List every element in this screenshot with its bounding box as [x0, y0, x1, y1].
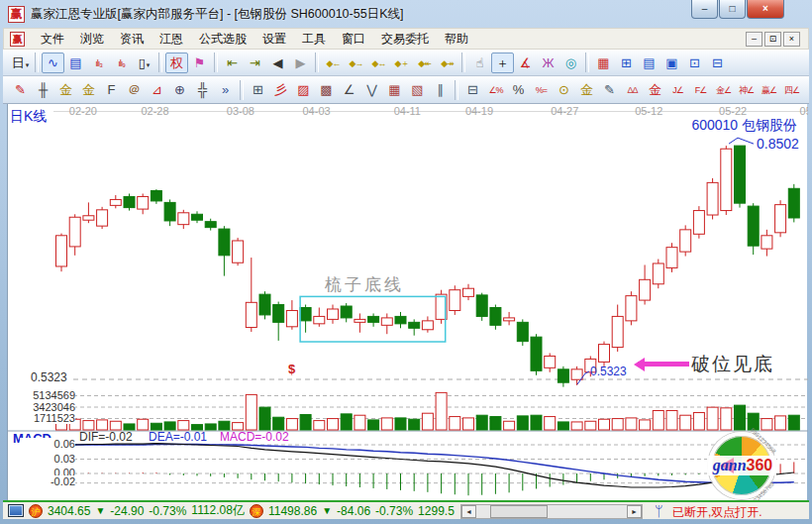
kline-9-icon[interactable]: ılı₉ — [110, 52, 133, 73]
draw-pen-icon[interactable]: ✎ — [9, 79, 32, 100]
volume-bar — [545, 417, 556, 430]
close-button[interactable]: × — [747, 0, 784, 19]
fuquan-icon[interactable]: 权 — [165, 52, 188, 73]
golden-circle-icon[interactable]: ⊙ — [553, 79, 575, 100]
gold-angle-icon[interactable]: 金∠ — [712, 79, 735, 100]
menu-items: 文件浏览资讯江恩公式选股设置工具窗口交易委托帮助 — [33, 28, 476, 51]
gann-grid-icon[interactable]: ╫ — [32, 79, 54, 100]
connection-status-text[interactable]: 已断开,双点打开. — [672, 504, 762, 521]
minimize-button[interactable]: – — [691, 0, 718, 19]
diamond-right-icon[interactable]: ◆→ — [345, 52, 367, 73]
golden-red-icon[interactable]: 金 — [644, 79, 666, 100]
mdi-restore-button[interactable]: ⊡ — [764, 32, 781, 47]
color-volume-icon[interactable]: ⚑ — [188, 52, 211, 73]
screenshot-icon[interactable]: ⊡ — [683, 52, 706, 73]
z-percent-icon[interactable]: ∠% — [484, 79, 507, 100]
mdi-close-button[interactable]: × — [783, 32, 800, 47]
v-wave-icon[interactable]: ⋁ — [360, 79, 383, 100]
diamond-left-icon[interactable]: ◆← — [322, 52, 345, 73]
menu-item-0[interactable]: 文件 — [33, 28, 72, 51]
percent-icon[interactable]: % — [507, 79, 530, 100]
candle-body — [599, 345, 610, 363]
scroll-left-button[interactable]: ◄ — [461, 505, 476, 518]
f-grid-icon[interactable]: F — [100, 79, 123, 100]
double-top-icon[interactable]: ΔΔ — [621, 79, 644, 100]
candle-style-icon[interactable]: ▯▾ — [133, 52, 155, 73]
menu-item-6[interactable]: 工具 — [294, 28, 334, 51]
more-tools-icon[interactable]: » — [214, 79, 237, 100]
next-page-icon[interactable]: ▶ — [289, 52, 312, 73]
notepad-icon[interactable]: ▤ — [638, 52, 660, 73]
fan-shape-icon[interactable]: ▨ — [292, 79, 315, 100]
connection-antenna-icon: ᛘ — [655, 503, 662, 519]
candle-body — [178, 213, 189, 225]
shen-angle-icon[interactable]: 神∠ — [735, 79, 758, 100]
diamond-add-icon[interactable]: ◆＋ — [390, 52, 413, 73]
f-angle-icon[interactable]: F∠ — [689, 79, 712, 100]
period-daily-icon[interactable]: 日▾ — [9, 52, 32, 73]
percent-line-icon[interactable]: %= — [530, 79, 553, 100]
volume-bar — [233, 423, 244, 430]
grid-red-2-icon[interactable]: ▧ — [406, 79, 429, 100]
marker-pen-icon[interactable]: ✎ — [598, 79, 621, 100]
menu-item-4[interactable]: 公式选股 — [191, 28, 254, 51]
dense-grid-icon[interactable]: ╬ — [191, 79, 214, 100]
menu-item-7[interactable]: 窗口 — [334, 28, 373, 51]
trend-wave-icon[interactable]: ∿ — [42, 52, 64, 73]
quote-board-icon[interactable]: ▤ — [64, 52, 87, 73]
menu-item-9[interactable]: 帮助 — [437, 28, 476, 51]
golden-grid-icon[interactable]: 金 — [54, 79, 77, 100]
save-icon[interactable]: ▣ — [660, 52, 683, 73]
chart-area[interactable]: 02-2002-2803-0804-0304-1104-1904-2705-12… — [7, 104, 807, 500]
golden-lines-icon[interactable]: 金 — [575, 79, 598, 100]
horizontal-scrollbar[interactable]: ◄ ► — [460, 504, 643, 519]
kline-3-icon[interactable]: ılı₃ — [87, 52, 110, 73]
time-circle-icon[interactable]: ⊕ — [168, 79, 191, 100]
ying-angle-icon[interactable]: 赢∠ — [758, 79, 780, 100]
j-angle-icon[interactable]: J∠ — [666, 79, 689, 100]
print-icon[interactable]: ⊟ — [706, 52, 729, 73]
angle-pen-icon[interactable]: ⊿ — [146, 79, 168, 100]
hand-tool-icon[interactable]: ☝ — [468, 52, 491, 73]
quote-table-icon[interactable] — [8, 504, 24, 517]
menu-item-3[interactable]: 江恩 — [152, 28, 191, 51]
toolbar-separator — [240, 80, 244, 100]
square-rays-icon[interactable]: ▩ — [315, 79, 338, 100]
calendar-icon[interactable]: ▦ — [592, 52, 615, 73]
si-angle-icon[interactable]: 四∠ — [780, 79, 803, 100]
ratio-box-icon[interactable]: ⊟ — [461, 79, 484, 100]
calculator-icon[interactable]: ⊞ — [615, 52, 638, 73]
volume-bar — [558, 422, 568, 430]
grid-red-icon[interactable]: ▦ — [383, 79, 406, 100]
chanlun-icon[interactable]: ◎ — [559, 52, 582, 73]
toolbar-drawing: ✎╫金金F＠⊿⊕╬»⊞彡▨▩∠⋁▦▧∥⊟∠%%%=⊙金✎ΔΔ金J∠F∠金∠神∠赢… — [3, 76, 809, 104]
parallel-lines-icon[interactable]: ∥ — [429, 79, 452, 100]
menu-item-1[interactable]: 浏览 — [72, 28, 112, 51]
menu-item-8[interactable]: 交易委托 — [373, 28, 437, 51]
diamond-in-icon[interactable]: ◆↞ — [413, 52, 436, 73]
maximize-button[interactable]: □ — [719, 0, 746, 19]
scroll-right-button[interactable]: ► — [627, 505, 642, 518]
sz-index-pct: -0.73% — [375, 504, 413, 518]
crosshair-tool-icon[interactable]: ＋ — [491, 52, 514, 73]
mdi-minimize-button[interactable]: – — [746, 32, 762, 47]
candle-body — [138, 196, 149, 209]
box-tool-icon[interactable]: ⊞ — [247, 79, 269, 100]
mdi-window-controls: – ⊡ × — [744, 32, 800, 47]
spiral-icon[interactable]: ＠ — [123, 79, 146, 100]
diamond-expand-icon[interactable]: ◆↔ — [367, 52, 390, 73]
candle-body — [531, 337, 542, 370]
menu-item-2[interactable]: 资讯 — [112, 28, 152, 51]
volume-axis-label: 3423046 — [20, 401, 75, 413]
menu-item-5[interactable]: 设置 — [254, 28, 294, 51]
gann-flower-icon[interactable]: Ж — [537, 52, 559, 73]
last-page-icon[interactable]: ⇥ — [244, 52, 266, 73]
ray-fan-icon[interactable]: 彡 — [269, 79, 292, 100]
angle-tool-icon[interactable]: ∡ — [514, 52, 537, 73]
diamond-out-icon[interactable]: ◆↠ — [436, 52, 458, 73]
scrollbar-thumb[interactable] — [490, 505, 548, 518]
first-page-icon[interactable]: ⇤ — [221, 52, 244, 73]
prev-page-icon[interactable]: ◀ — [266, 52, 289, 73]
golden-box-icon[interactable]: 金 — [77, 79, 100, 100]
angle-line-icon[interactable]: ∠ — [338, 79, 360, 100]
